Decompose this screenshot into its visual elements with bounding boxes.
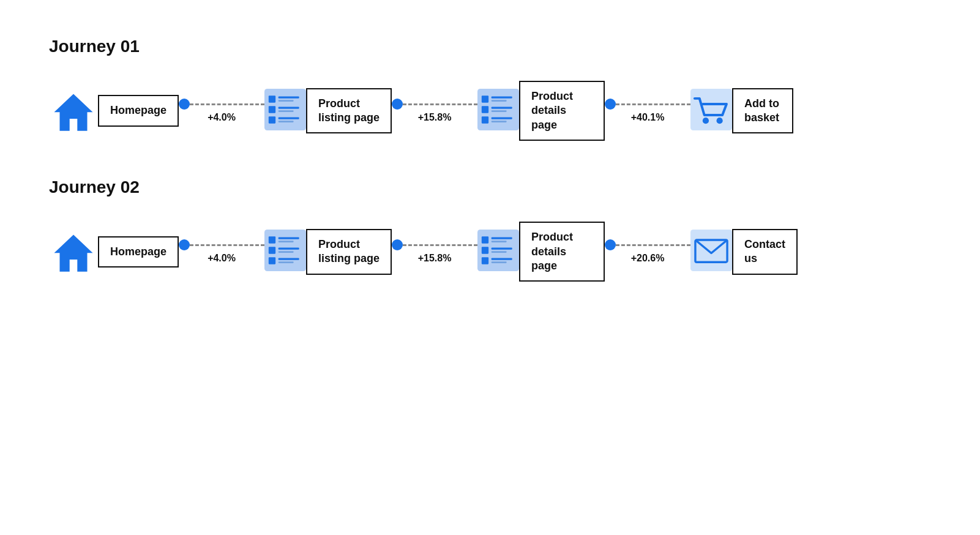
list-icon-2-2 [477,230,519,274]
svg-rect-57 [482,247,488,254]
svg-rect-60 [482,258,488,264]
connector-dashes-0-1 [190,103,264,105]
svg-rect-35 [492,110,507,112]
step-homepage-2: Homepage [49,227,179,276]
connector-dot-1-2 [392,239,403,250]
svg-rect-34 [492,107,512,109]
page-container: Journey 01 Homepage+4.0% Product listing… [49,37,931,282]
svg-rect-44 [269,237,275,244]
journey-section-1: Journey 01 Homepage+4.0% Product listing… [49,37,931,141]
connector-pct-0-2: +4.0% [208,253,236,264]
connector-dot-0-1 [179,99,190,110]
step-product-details-2: Product details page [477,222,605,282]
list-icon-1-2 [264,230,306,274]
connector-dot-2-1 [605,99,616,110]
connector-pct-2-1: +40.1% [631,112,665,123]
connector-line-1-2 [392,239,477,250]
journey-flow-1: Homepage+4.0% Product listing page+15.8% [49,81,931,141]
connector-dashes-2-2 [616,244,690,246]
list-icon-2-1 [477,89,519,133]
svg-rect-50 [269,258,275,264]
connector-line-0-2 [179,239,264,250]
svg-rect-32 [492,100,507,102]
connector-pct-2-2: +20.6% [631,253,665,264]
svg-rect-36 [482,116,488,123]
svg-rect-62 [492,261,507,263]
connector-line-2-1 [605,99,690,110]
svg-rect-25 [279,110,294,112]
connector-pct-0-1: +4.0% [208,112,236,123]
step-label-homepage-1: Homepage [98,95,179,126]
svg-rect-27 [279,118,299,119]
svg-point-40 [703,118,709,124]
svg-rect-39 [690,89,732,130]
svg-rect-61 [492,258,512,260]
connector-dashes-1-1 [403,103,477,105]
step-label-homepage-2: Homepage [98,236,179,268]
connector-pct-1-2: +15.8% [418,253,452,264]
connector-dashes-0-2 [190,244,264,246]
step-contact-us-2: Contact us [690,229,798,275]
svg-rect-58 [492,248,512,250]
connector-0-1: +4.0% [179,99,264,123]
journey-flow-2: Homepage+4.0% Product listing page+15.8% [49,222,931,282]
svg-rect-54 [482,237,488,244]
step-product-listing-1: Product listing page [264,88,392,134]
svg-rect-24 [279,107,299,109]
connector-2-2: +20.6% [605,239,690,264]
svg-rect-37 [492,118,512,119]
svg-rect-45 [279,238,299,239]
connector-2-1: +40.1% [605,99,690,123]
svg-rect-63 [690,230,732,271]
svg-rect-55 [492,238,512,239]
svg-rect-23 [269,106,275,113]
connector-1-2: +15.8% [392,239,477,264]
connector-dashes-1-2 [403,244,477,246]
home-icon-0-2 [49,227,98,276]
connector-line-0-1 [179,99,264,110]
journey-title-1: Journey 01 [49,37,931,56]
svg-rect-21 [279,97,299,99]
svg-rect-38 [492,121,507,122]
step-label-product-details-2: Product details page [519,222,605,282]
step-label-product-listing-1: Product listing page [306,88,392,134]
connector-dot-2-2 [605,239,616,250]
step-product-listing-2: Product listing page [264,229,392,275]
connector-line-1-1 [392,99,477,110]
journey-title-2: Journey 02 [49,178,931,197]
cart-icon-3-1 [690,89,732,133]
step-label-product-details-1: Product details page [519,81,605,141]
svg-rect-30 [482,95,488,102]
step-homepage-1: Homepage [49,86,179,135]
svg-rect-28 [279,121,294,122]
step-label-add-to-basket-1: Add to basket [732,88,793,134]
svg-point-41 [717,118,723,124]
svg-rect-51 [279,258,299,260]
connector-line-2-2 [605,239,690,250]
connector-0-2: +4.0% [179,239,264,264]
list-icon-1-1 [264,89,306,133]
svg-rect-52 [279,261,294,263]
svg-rect-49 [279,251,294,253]
journey-section-2: Journey 02 Homepage+4.0% Product listing… [49,178,931,282]
svg-rect-59 [492,251,507,253]
svg-rect-46 [279,241,294,242]
connector-dot-1-1 [392,99,403,110]
svg-rect-20 [269,95,275,102]
svg-rect-47 [269,247,275,254]
svg-marker-42 [54,235,93,272]
connector-dashes-2-1 [616,103,690,105]
step-label-contact-us-2: Contact us [732,229,798,275]
step-label-product-listing-2: Product listing page [306,229,392,275]
connector-pct-1-1: +15.8% [418,112,452,123]
svg-marker-18 [54,94,93,131]
svg-rect-31 [492,97,512,99]
connector-dot-0-2 [179,239,190,250]
email-icon-3-2 [690,230,732,274]
step-product-details-1: Product details page [477,81,605,141]
connector-1-1: +15.8% [392,99,477,123]
svg-rect-56 [492,241,507,242]
svg-rect-22 [279,100,294,102]
home-icon-0-1 [49,86,98,135]
svg-rect-33 [482,106,488,113]
